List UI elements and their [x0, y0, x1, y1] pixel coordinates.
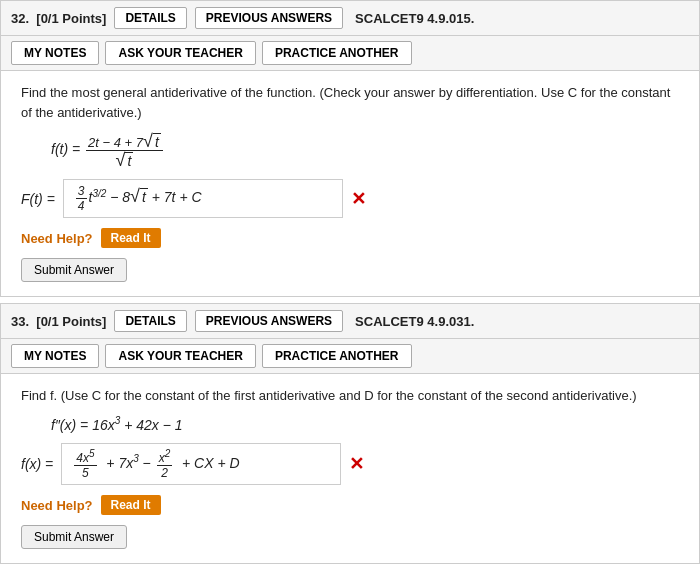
question-33-text: Find f. (Use C for the constant of the f… — [21, 386, 679, 406]
q32-need-help-row: Need Help? Read It — [21, 228, 679, 248]
question-32-number: 32. [0/1 Points] — [11, 11, 106, 26]
q32-denominator: √t — [114, 151, 136, 169]
q33-function: f″(x) = 16x3 + 42x − 1 — [51, 416, 679, 434]
q32-answer-content: 3 4 t3/2 − 8√t + 7t + C — [74, 184, 202, 213]
practice-another-button-32[interactable]: PRACTICE ANOTHER — [262, 41, 412, 65]
q33-func-eq: f″(x) = 16x3 + 42x − 1 — [51, 417, 183, 433]
q32-num: 32. — [11, 11, 29, 26]
q33-answer-label: f(x) = — [21, 456, 53, 472]
scalcet-label-33: SCALCET9 4.9.031. — [355, 314, 474, 329]
q33-answer-row: f(x) = 4x5 5 + 7x3 − x2 2 + CX + D ✕ — [21, 443, 679, 485]
my-notes-button-32[interactable]: MY NOTES — [11, 41, 99, 65]
q33-need-help-row: Need Help? Read It — [21, 495, 679, 515]
my-notes-button-33[interactable]: MY NOTES — [11, 344, 99, 368]
question-33-header: 33. [0/1 Points] DETAILS PREVIOUS ANSWER… — [1, 304, 699, 339]
previous-answers-button-32[interactable]: PREVIOUS ANSWERS — [195, 7, 343, 29]
q33-submit-button[interactable]: Submit Answer — [21, 525, 127, 549]
question-33-content: Find f. (Use C for the constant of the f… — [1, 374, 699, 563]
q32-points: [0/1 Points] — [36, 11, 106, 26]
q32-func-label: f(t) = — [51, 141, 84, 157]
question-33: 33. [0/1 Points] DETAILS PREVIOUS ANSWER… — [0, 303, 700, 564]
q32-numerator: 2t − 4 + 7√t — [86, 132, 163, 151]
q33-points: [0/1 Points] — [36, 314, 106, 329]
question-32-text: Find the most general antiderivative of … — [21, 83, 679, 122]
action-bar-32: MY NOTES ASK YOUR TEACHER PRACTICE ANOTH… — [1, 36, 699, 71]
details-button-32[interactable]: DETAILS — [114, 7, 186, 29]
q32-function: f(t) = 2t − 4 + 7√t √t — [51, 132, 679, 169]
question-33-number: 33. [0/1 Points] — [11, 314, 106, 329]
q32-need-help-label: Need Help? — [21, 231, 93, 246]
q32-incorrect-mark: ✕ — [351, 188, 366, 210]
q32-read-it-button[interactable]: Read It — [101, 228, 161, 248]
q32-answer-row: F(t) = 3 4 t3/2 − 8√t + 7t + C ✕ — [21, 179, 679, 218]
q33-answer-box: 4x5 5 + 7x3 − x2 2 + CX + D — [61, 443, 341, 485]
scalcet-label-32: SCALCET9 4.9.015. — [355, 11, 474, 26]
previous-answers-button-33[interactable]: PREVIOUS ANSWERS — [195, 310, 343, 332]
details-button-33[interactable]: DETAILS — [114, 310, 186, 332]
q33-need-help-label: Need Help? — [21, 498, 93, 513]
q33-read-it-button[interactable]: Read It — [101, 495, 161, 515]
question-32: 32. [0/1 Points] DETAILS PREVIOUS ANSWER… — [0, 0, 700, 297]
q33-incorrect-mark: ✕ — [349, 453, 364, 475]
ask-teacher-button-32[interactable]: ASK YOUR TEACHER — [105, 41, 255, 65]
q32-fraction: 2t − 4 + 7√t √t — [86, 132, 163, 169]
ask-teacher-button-33[interactable]: ASK YOUR TEACHER — [105, 344, 255, 368]
q32-answer-box: 3 4 t3/2 − 8√t + 7t + C — [63, 179, 343, 218]
question-32-header: 32. [0/1 Points] DETAILS PREVIOUS ANSWER… — [1, 1, 699, 36]
q33-num: 33. — [11, 314, 29, 329]
q32-answer-label: F(t) = — [21, 191, 55, 207]
q32-submit-button[interactable]: Submit Answer — [21, 258, 127, 282]
question-32-content: Find the most general antiderivative of … — [1, 71, 699, 296]
practice-another-button-33[interactable]: PRACTICE ANOTHER — [262, 344, 412, 368]
action-bar-33: MY NOTES ASK YOUR TEACHER PRACTICE ANOTH… — [1, 339, 699, 374]
q33-answer-content: 4x5 5 + 7x3 − x2 2 + CX + D — [72, 448, 239, 480]
